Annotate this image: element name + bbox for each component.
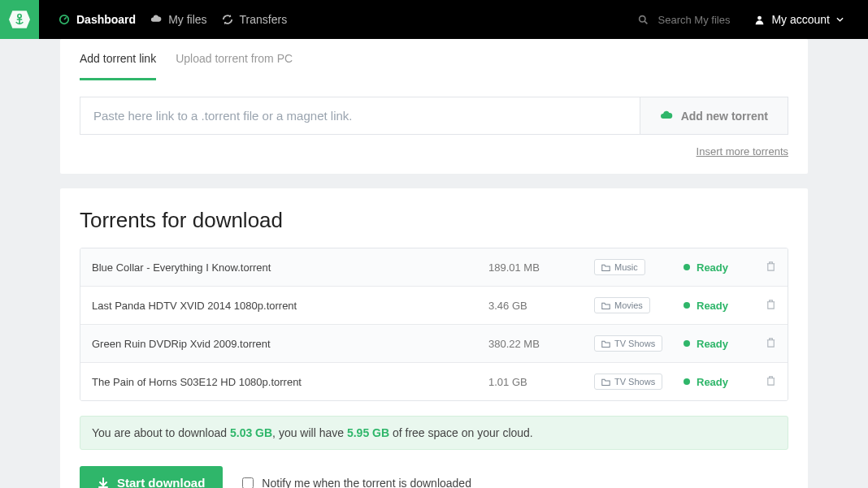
status-dot bbox=[684, 264, 690, 270]
add-torrent-panel: Add torrent link Upload torrent from PC … bbox=[60, 39, 808, 174]
notify-checkbox[interactable] bbox=[242, 477, 254, 489]
torrent-name: The Pain of Horns S03E12 HD 1080p.torren… bbox=[92, 376, 488, 388]
add-torrent-button[interactable]: Add new torrent bbox=[640, 97, 788, 135]
nav-transfers[interactable]: Transfers bbox=[222, 13, 288, 26]
delete-button[interactable] bbox=[757, 261, 776, 274]
start-download-button[interactable]: Start download bbox=[80, 466, 223, 488]
table-row: Blue Collar - Everything I Know.torrent … bbox=[80, 248, 788, 287]
user-icon bbox=[754, 15, 765, 25]
account-label: My account bbox=[771, 13, 830, 26]
torrent-name: Last Panda HDTV XVID 2014 1080p.torrent bbox=[92, 300, 488, 312]
status: Ready bbox=[684, 261, 757, 274]
nav-myfiles-label: My files bbox=[168, 13, 206, 26]
nav-transfers-label: Transfers bbox=[240, 13, 288, 26]
table-row: The Pain of Horns S03E12 HD 1080p.torren… bbox=[80, 363, 788, 400]
table-row: Last Panda HDTV XVID 2014 1080p.torrent … bbox=[80, 287, 788, 325]
account-menu[interactable]: My account bbox=[754, 13, 868, 26]
nav: Dashboard My files Transfers bbox=[39, 13, 287, 26]
trash-icon bbox=[766, 337, 776, 348]
status: Ready bbox=[684, 338, 757, 350]
nav-myfiles[interactable]: My files bbox=[150, 13, 206, 26]
download-summary: You are about to download 5.03 GB, you w… bbox=[80, 416, 788, 450]
free-space: 5.95 GB bbox=[347, 426, 389, 439]
search-area[interactable]: Search My files bbox=[638, 14, 731, 26]
download-icon bbox=[98, 477, 109, 489]
category-badge[interactable]: Music bbox=[594, 259, 645, 275]
search-placeholder: Search My files bbox=[658, 14, 731, 26]
total-size: 5.03 GB bbox=[230, 426, 272, 439]
status: Ready bbox=[684, 376, 757, 388]
torrent-size: 1.01 GB bbox=[488, 376, 594, 388]
torrent-name: Blue Collar - Everything I Know.torrent bbox=[92, 261, 488, 274]
tabs: Add torrent link Upload torrent from PC bbox=[60, 39, 808, 80]
topbar: Dashboard My files Transfers Search My f… bbox=[0, 0, 868, 39]
tab-upload-pc[interactable]: Upload torrent from PC bbox=[176, 39, 293, 80]
category-badge[interactable]: TV Shows bbox=[594, 335, 662, 352]
logo[interactable] bbox=[0, 0, 39, 39]
section-title: Torrents for download bbox=[60, 188, 808, 248]
category-badge[interactable]: TV Shows bbox=[594, 374, 662, 390]
torrents-table: Blue Collar - Everything I Know.torrent … bbox=[80, 248, 788, 401]
notify-label: Notify me when the torrent is downloaded bbox=[262, 477, 471, 489]
actions-row: Start download Notify me when the torren… bbox=[60, 450, 808, 488]
folder-icon bbox=[601, 339, 610, 348]
table-row: Green Ruin DVDRip Xvid 2009.torrent 380.… bbox=[80, 325, 788, 363]
torrent-size: 3.46 GB bbox=[488, 300, 594, 312]
status-dot bbox=[684, 340, 690, 347]
folder-icon bbox=[601, 301, 610, 310]
insert-more-link[interactable]: Insert more torrents bbox=[697, 145, 788, 158]
delete-button[interactable] bbox=[757, 375, 776, 388]
refresh-icon bbox=[222, 14, 233, 25]
delete-button[interactable] bbox=[757, 337, 776, 350]
folder-icon bbox=[601, 378, 610, 387]
search-icon bbox=[638, 15, 649, 25]
status-dot bbox=[684, 302, 690, 309]
anchor-icon bbox=[9, 9, 30, 30]
svg-point-3 bbox=[757, 15, 762, 19]
torrent-name: Green Ruin DVDRip Xvid 2009.torrent bbox=[92, 338, 488, 350]
delete-button[interactable] bbox=[757, 299, 776, 312]
category-badge[interactable]: Movies bbox=[594, 297, 650, 313]
chevron-down-icon bbox=[836, 17, 844, 22]
dashboard-icon bbox=[59, 14, 70, 25]
start-download-label: Start download bbox=[117, 476, 205, 488]
status-dot bbox=[684, 378, 690, 385]
torrent-size: 380.22 MB bbox=[488, 338, 594, 350]
trash-icon bbox=[766, 299, 776, 309]
nav-dashboard[interactable]: Dashboard bbox=[59, 13, 136, 26]
cloud-upload-icon bbox=[660, 110, 673, 123]
torrents-panel: Torrents for download Blue Collar - Ever… bbox=[60, 188, 808, 488]
nav-dashboard-label: Dashboard bbox=[76, 13, 136, 26]
folder-icon bbox=[601, 263, 610, 272]
trash-icon bbox=[766, 261, 776, 271]
cloud-icon bbox=[150, 14, 162, 25]
torrent-link-input[interactable] bbox=[80, 97, 640, 135]
add-torrent-label: Add new torrent bbox=[681, 110, 768, 123]
tab-add-link[interactable]: Add torrent link bbox=[80, 39, 156, 80]
notify-option[interactable]: Notify me when the torrent is downloaded bbox=[242, 477, 471, 489]
trash-icon bbox=[766, 375, 776, 386]
torrent-size: 189.01 MB bbox=[488, 261, 594, 274]
svg-point-2 bbox=[639, 15, 644, 21]
status: Ready bbox=[684, 300, 757, 312]
